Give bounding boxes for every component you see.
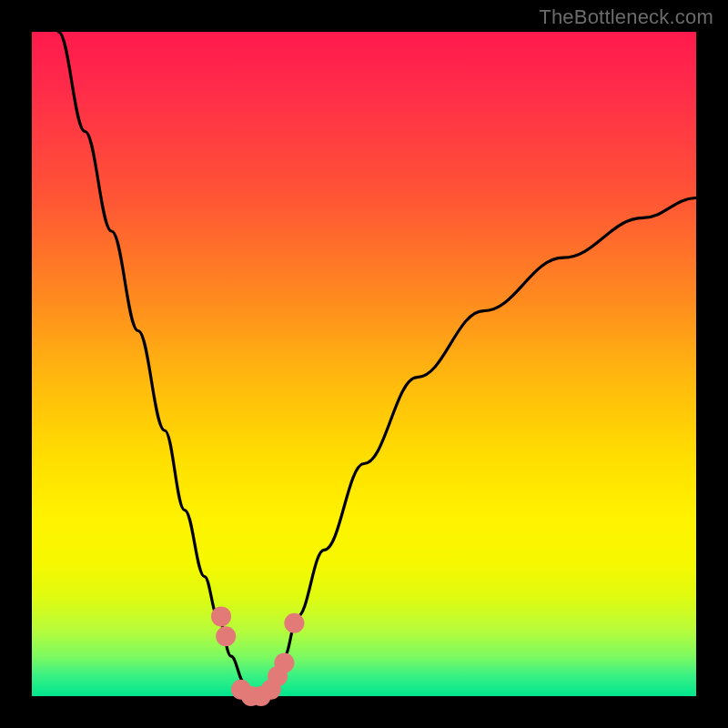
- chart-frame: TheBottleneck.com: [0, 0, 728, 728]
- plot-area: [32, 32, 696, 696]
- chart-svg: [32, 32, 696, 696]
- curve-layer: [58, 32, 696, 696]
- marker-layer: [211, 606, 304, 706]
- dot-bottom-6: [274, 653, 294, 673]
- dot-left-lower: [216, 626, 236, 646]
- bottleneck-curve: [58, 32, 696, 696]
- dot-right-upper: [284, 613, 304, 633]
- dot-left-upper: [211, 606, 231, 626]
- watermark-text: TheBottleneck.com: [539, 5, 713, 29]
